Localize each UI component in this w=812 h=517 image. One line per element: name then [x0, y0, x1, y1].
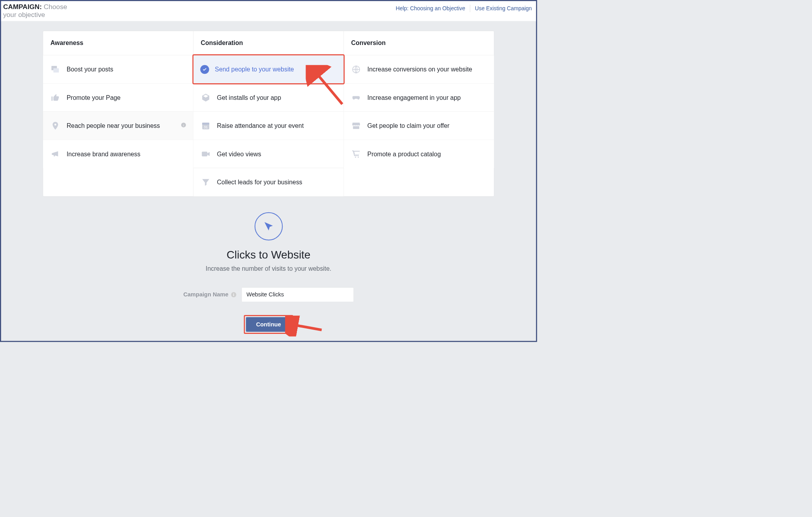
column-header-conversion: Conversion — [344, 31, 494, 56]
calendar-icon: 31 — [200, 120, 211, 131]
objective-label: Get video views — [217, 150, 337, 158]
top-links: Help: Choosing an Objective Use Existing… — [396, 3, 532, 12]
objective-reach-nearby[interactable]: Reach people near your business i — [43, 112, 193, 140]
campaign-name-input[interactable] — [242, 287, 354, 302]
info-icon: i — [181, 122, 187, 129]
box-icon — [200, 92, 211, 103]
svg-line-10 — [293, 325, 322, 330]
top-bar: CAMPAIGN: Choose your objective Help: Ch… — [1, 1, 536, 22]
objective-label: Reach people near your business — [67, 122, 175, 129]
objective-label: Get installs of your app — [217, 94, 337, 101]
objective-label: Increase engagement in your app — [368, 94, 488, 101]
objective-label: Get people to claim your offer — [368, 122, 488, 129]
funnel-icon — [200, 177, 211, 188]
column-header-awareness: Awareness — [43, 31, 193, 56]
objective-app-engagement[interactable]: Increase engagement in your app — [344, 84, 494, 112]
objective-detail: Clicks to Website Increase the number of… — [43, 212, 494, 332]
campaign-name-label: Campaign Name i — [183, 291, 236, 298]
cursor-circle-icon — [255, 212, 283, 240]
storefront-icon — [351, 120, 362, 131]
campaign-name-row: Campaign Name i — [43, 287, 494, 302]
objective-claim-offer[interactable]: Get people to claim your offer — [344, 112, 494, 140]
pin-person-icon — [50, 120, 61, 131]
objective-website-conversions[interactable]: Increase conversions on your website — [344, 55, 494, 83]
detail-subtitle: Increase the number of visits to your we… — [43, 265, 494, 272]
annotation-arrow — [285, 316, 327, 337]
megaphone-icon — [50, 148, 61, 159]
thumb-up-icon — [50, 92, 61, 103]
column-header-consideration: Consideration — [193, 31, 343, 56]
svg-rect-1 — [53, 68, 59, 73]
objective-collect-leads[interactable]: Collect leads for your business — [193, 168, 343, 196]
objective-app-installs[interactable]: Get installs of your app — [193, 84, 343, 112]
objective-video-views[interactable]: Get video views — [193, 140, 343, 168]
help-link[interactable]: Help: Choosing an Objective — [396, 5, 465, 11]
detail-title: Clicks to Website — [43, 249, 494, 261]
objective-boost-posts[interactable]: Boost your posts — [43, 55, 193, 83]
objective-label: Raise attendance at your event — [217, 122, 337, 129]
objective-label: Collect leads for your business — [217, 178, 337, 186]
posts-icon — [50, 64, 61, 75]
column-conversion: Conversion Increase conversions on your … — [344, 31, 494, 197]
objective-grid: Awareness Boost your posts Promote your … — [43, 31, 494, 197]
objective-promote-page[interactable]: Promote your Page — [43, 84, 193, 112]
page-title: CAMPAIGN: Choose your objective — [3, 3, 81, 19]
svg-rect-5 — [202, 123, 209, 125]
objective-label: Send people to your website — [215, 66, 337, 73]
gamepad-icon — [351, 92, 362, 103]
info-icon: i — [231, 292, 236, 297]
column-awareness: Awareness Boost your posts Promote your … — [43, 31, 193, 197]
objective-send-to-website[interactable]: Send people to your website — [193, 55, 343, 83]
objective-event-attendance[interactable]: 31 Raise attendance at your event — [193, 112, 343, 140]
svg-rect-7 — [202, 152, 207, 156]
cart-icon — [351, 148, 362, 159]
objective-brand-awareness[interactable]: Increase brand awareness — [43, 140, 193, 168]
objective-label: Promote a product catalog — [368, 150, 488, 158]
objective-label: Promote your Page — [67, 94, 187, 101]
objective-product-catalog[interactable]: Promote a product catalog — [344, 140, 494, 168]
continue-button[interactable]: Continue — [246, 317, 291, 332]
campaign-label: CAMPAIGN: — [3, 3, 42, 11]
continue-wrap: Continue — [246, 317, 291, 332]
video-icon — [200, 148, 211, 159]
use-existing-link[interactable]: Use Existing Campaign — [475, 5, 532, 11]
check-icon — [200, 65, 209, 73]
campaign-name-label-text: Campaign Name — [183, 291, 228, 298]
svg-text:31: 31 — [204, 125, 208, 129]
column-consideration: Consideration Send people to your websit… — [193, 31, 344, 197]
globe-icon — [351, 64, 362, 75]
objective-label: Increase conversions on your website — [368, 66, 488, 73]
objective-label: Boost your posts — [67, 66, 187, 73]
objective-label: Increase brand awareness — [67, 150, 187, 158]
link-divider — [470, 5, 470, 12]
